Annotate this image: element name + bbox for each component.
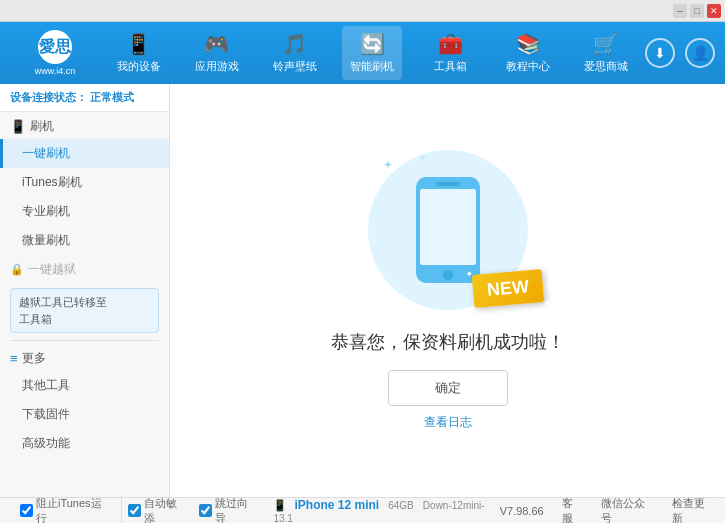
- nav-smart-flash-label: 智能刷机: [350, 59, 394, 74]
- nav-store[interactable]: 🛒 爱思商城: [576, 26, 636, 80]
- device-info-area: 📱 iPhone 12 mini 64GB Down-12mini-13.1: [273, 498, 499, 524]
- auto-add-checkbox-area[interactable]: 自动敏添: [128, 496, 187, 524]
- success-message: 恭喜您，保资料刷机成功啦！: [331, 330, 565, 354]
- nav-apps-games-label: 应用游戏: [195, 59, 239, 74]
- success-illustration: ✦ ✦ NEW: [368, 150, 528, 310]
- stop-itunes-label: 阻止iTunes运行: [36, 496, 111, 524]
- svg-rect-1: [420, 189, 476, 265]
- phone-svg: [408, 175, 488, 285]
- toolbox-icon: 🧰: [438, 32, 463, 56]
- apps-games-icon: 🎮: [204, 32, 229, 56]
- wechat-link[interactable]: 微信公众号: [601, 496, 654, 524]
- version-label: V7.98.66: [500, 505, 544, 517]
- flash-section-label: 刷机: [30, 118, 54, 135]
- device-storage: 64GB: [388, 500, 414, 511]
- pro-flash-label: 专业刷机: [22, 204, 70, 218]
- sidebar-divider: [10, 340, 159, 341]
- nav-toolbox-label: 工具箱: [434, 59, 467, 74]
- jailbreak-note: 越狱工具已转移至 工具箱: [10, 288, 159, 333]
- new-badge: NEW: [471, 269, 544, 308]
- main-layout: 设备连接状态： 正常模式 📱 刷机 一键刷机 iTunes刷机 专业刷机 微量刷…: [0, 84, 725, 497]
- connection-label: 设备连接状态：: [10, 91, 87, 103]
- connection-status: 设备连接状态： 正常模式: [0, 84, 169, 112]
- svg-rect-3: [436, 182, 460, 186]
- main-content: ✦ ✦ NEW 恭喜您，保资料刷机成功啦！ 确定 查看日志: [170, 84, 725, 497]
- logo-icon: 愛思: [38, 30, 72, 64]
- ringtones-icon: 🎵: [282, 32, 307, 56]
- skip-wizard-label: 跳过向导: [215, 496, 258, 524]
- connection-value: 正常模式: [90, 91, 134, 103]
- nav-store-label: 爱思商城: [584, 59, 628, 74]
- locked-label: 一键越狱: [28, 261, 76, 278]
- sidebar-item-advanced[interactable]: 高级功能: [0, 429, 169, 458]
- nav-apps-games[interactable]: 🎮 应用游戏: [187, 26, 247, 80]
- sidebar-item-one-click-flash[interactable]: 一键刷机: [0, 139, 169, 168]
- stop-itunes-checkbox[interactable]: [20, 504, 33, 517]
- advanced-label: 高级功能: [22, 436, 70, 450]
- my-device-icon: 📱: [126, 32, 151, 56]
- sparkle2-icon: ✦: [418, 152, 426, 163]
- auto-add-checkbox[interactable]: [128, 504, 141, 517]
- locked-jailbreak: 🔒 一键越狱: [0, 255, 169, 284]
- logo-symbol: 愛思: [39, 37, 71, 58]
- sparkles-icon: ✦: [383, 158, 393, 172]
- sidebar-item-download-firmware[interactable]: 下载固件: [0, 400, 169, 429]
- update-link[interactable]: 检查更新: [672, 496, 715, 524]
- support-link[interactable]: 客服: [562, 496, 583, 524]
- skip-wizard-checkbox[interactable]: [199, 504, 212, 517]
- close-button[interactable]: ✕: [707, 4, 721, 18]
- nav-tutorials-label: 教程中心: [506, 59, 550, 74]
- footer-right: V7.98.66 客服 微信公众号 检查更新: [500, 496, 715, 524]
- sidebar-item-other-tools[interactable]: 其他工具: [0, 371, 169, 400]
- smart-flash-icon: 🔄: [360, 32, 385, 56]
- nav-ringtones-label: 铃声壁纸: [273, 59, 317, 74]
- footer-checkboxes: 自动敏添 跳过向导: [128, 496, 258, 524]
- more-section-icon: ≡: [10, 351, 18, 366]
- user-button[interactable]: 👤: [685, 38, 715, 68]
- tutorials-icon: 📚: [516, 32, 541, 56]
- lock-icon: 🔒: [10, 263, 24, 276]
- flash-section-icon: 📱: [10, 119, 26, 134]
- more-section-label: 更多: [22, 350, 46, 367]
- view-log-link[interactable]: 查看日志: [424, 414, 472, 431]
- svg-point-2: [443, 270, 453, 280]
- header-right-controls: ⬇ 👤: [645, 38, 715, 68]
- more-section: ≡ 更多: [0, 344, 169, 371]
- header: 愛思 www.i4.cn 📱 我的设备 🎮 应用游戏 🎵 铃声壁纸 🔄 智能刷机…: [0, 22, 725, 84]
- nav-smart-flash[interactable]: 🔄 智能刷机: [342, 26, 402, 80]
- download-firmware-label: 下载固件: [22, 407, 70, 421]
- logo-area: 愛思 www.i4.cn: [10, 30, 100, 76]
- note-line1: 越狱工具已转移至: [19, 294, 150, 311]
- other-tools-label: 其他工具: [22, 378, 70, 392]
- nav-my-device[interactable]: 📱 我的设备: [109, 26, 169, 80]
- note-line2: 工具箱: [19, 311, 150, 328]
- sidebar-item-pro-flash[interactable]: 专业刷机: [0, 197, 169, 226]
- nav-ringtones[interactable]: 🎵 铃声壁纸: [265, 26, 325, 80]
- stop-itunes-area[interactable]: 阻止iTunes运行: [10, 496, 122, 524]
- footer: 阻止iTunes运行 自动敏添 跳过向导 📱 iPhone 12 mini 64…: [0, 497, 725, 523]
- save-data-flash-label: 微量刷机: [22, 233, 70, 247]
- sidebar-item-save-data-flash[interactable]: 微量刷机: [0, 226, 169, 255]
- minimize-button[interactable]: ─: [673, 4, 687, 18]
- confirm-button[interactable]: 确定: [388, 370, 508, 406]
- title-bar: ─ □ ✕: [0, 0, 725, 22]
- nav-my-device-label: 我的设备: [117, 59, 161, 74]
- one-click-flash-label: 一键刷机: [22, 146, 70, 160]
- sidebar-item-itunes-flash[interactable]: iTunes刷机: [0, 168, 169, 197]
- sidebar: 设备连接状态： 正常模式 📱 刷机 一键刷机 iTunes刷机 专业刷机 微量刷…: [0, 84, 170, 497]
- device-name: iPhone 12 mini: [294, 498, 379, 512]
- skip-wizard-checkbox-area[interactable]: 跳过向导: [199, 496, 258, 524]
- maximize-button[interactable]: □: [690, 4, 704, 18]
- logo-text: www.i4.cn: [35, 66, 76, 76]
- phone-illustration: ✦ ✦ NEW: [368, 150, 528, 310]
- nav-bar: 📱 我的设备 🎮 应用游戏 🎵 铃声壁纸 🔄 智能刷机 🧰 工具箱 📚 教程中心…: [100, 26, 645, 80]
- itunes-flash-label: iTunes刷机: [22, 175, 82, 189]
- store-icon: 🛒: [593, 32, 618, 56]
- footer-left: 阻止iTunes运行 自动敏添 跳过向导 📱 iPhone 12 mini 64…: [10, 496, 500, 524]
- nav-toolbox[interactable]: 🧰 工具箱: [420, 26, 480, 80]
- flash-section: 📱 刷机: [0, 112, 169, 139]
- device-icon: 📱: [273, 499, 287, 511]
- auto-add-label: 自动敏添: [144, 496, 187, 524]
- nav-tutorials[interactable]: 📚 教程中心: [498, 26, 558, 80]
- download-button[interactable]: ⬇: [645, 38, 675, 68]
